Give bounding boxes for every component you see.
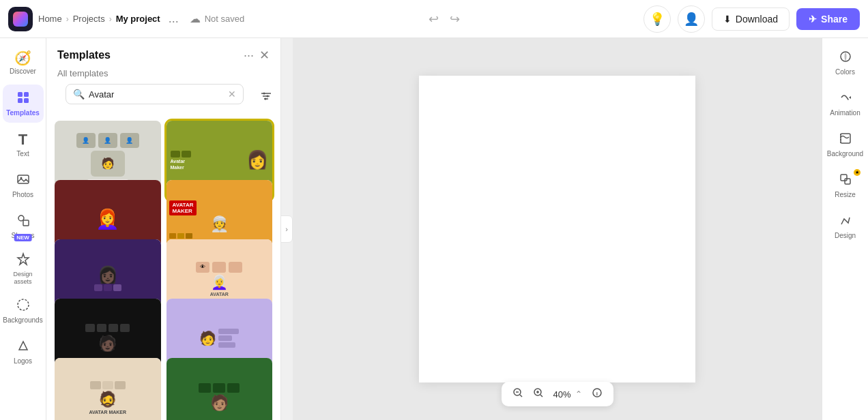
svg-rect-2 <box>18 98 23 103</box>
zoom-chevron-icon: ⌃ <box>575 389 582 399</box>
sidebar-item-templates[interactable]: Templates <box>3 85 44 123</box>
sidebar-label-design-assets: Design assets <box>5 271 41 286</box>
sidebar-item-backgrounds[interactable]: Backgrounds <box>3 292 44 331</box>
right-sidebar-label-colors: Colors <box>835 68 855 76</box>
header-center: ↩ ↪ <box>250 9 638 29</box>
zoom-value: 40% <box>553 389 570 400</box>
right-sidebar-item-resize[interactable]: Resize ★ <box>825 166 866 205</box>
cloud-icon: ☁ <box>190 12 201 25</box>
templates-grid: 👤 👤 👤 🧑 Avatar Maker <box>46 118 280 420</box>
panel-close-button[interactable]: ✕ <box>259 48 270 63</box>
svg-rect-4 <box>18 175 29 183</box>
svg-point-8 <box>18 299 29 310</box>
templates-panel: Templates ··· ✕ All templates 🔍 ✕ <box>46 38 281 420</box>
panel-subtitle: All templates <box>46 68 280 84</box>
download-icon: ⬇ <box>723 14 732 25</box>
shapes-icon <box>16 213 30 230</box>
right-sidebar: Colors Animation Background <box>822 38 868 420</box>
svg-rect-28 <box>841 175 847 181</box>
breadcrumb-current[interactable]: My project <box>116 14 160 24</box>
zoom-bar: 40% ⌃ i <box>501 382 613 406</box>
background-icon <box>839 132 852 149</box>
share-icon: ✈ <box>809 14 817 25</box>
color-icon <box>839 50 852 67</box>
svg-line-17 <box>519 395 521 397</box>
svg-rect-1 <box>24 92 29 97</box>
compass-icon: 🧭 <box>14 50 31 66</box>
header: Home › Projects › My project ... ☁ Not s… <box>0 0 868 38</box>
panel-more-button[interactable]: ··· <box>244 48 254 63</box>
header-right: 💡 👤 ⬇ Download ✈ Share <box>643 5 860 33</box>
undo-redo-group: ↩ ↪ <box>426 9 463 29</box>
text-icon: T <box>18 131 27 149</box>
right-sidebar-item-background[interactable]: Background <box>825 125 866 164</box>
search-icon: 🔍 <box>73 89 85 100</box>
photo-icon <box>16 172 30 190</box>
download-button[interactable]: ⬇ Download <box>712 7 790 31</box>
sidebar-item-discover[interactable]: 🧭 Discover <box>3 44 44 82</box>
sidebar-item-text[interactable]: T Text <box>3 125 44 164</box>
canvas-area: 40% ⌃ i <box>293 38 822 420</box>
sidebar-item-design-assets[interactable]: Design assets <box>3 248 44 290</box>
svg-rect-7 <box>23 220 29 226</box>
right-sidebar-item-design[interactable]: Design <box>825 207 866 245</box>
breadcrumb: Home › Projects › My project <box>38 14 160 24</box>
template-icon <box>16 91 30 108</box>
sidebar-label-discover: Discover <box>10 68 36 76</box>
undo-button[interactable]: ↩ <box>426 9 442 29</box>
svg-rect-26 <box>841 134 850 143</box>
right-sidebar-label-background: Background <box>827 150 863 158</box>
logos-icon <box>16 339 30 356</box>
sidebar-label-templates: Templates <box>6 109 40 117</box>
search-input[interactable] <box>89 89 224 100</box>
redo-button[interactable]: ↪ <box>447 9 463 29</box>
panel-collapse-button[interactable]: › <box>280 215 293 243</box>
right-sidebar-item-animation[interactable]: Animation <box>825 85 866 123</box>
svg-point-12 <box>263 93 265 95</box>
search-clear-button[interactable]: ✕ <box>228 89 236 100</box>
svg-rect-0 <box>18 92 23 97</box>
panel-header: Templates ··· ✕ <box>46 38 280 68</box>
shapes-new-badge: NEW <box>14 234 32 241</box>
svg-text:i: i <box>596 391 597 397</box>
zoom-level[interactable]: 40% ⌃ <box>553 389 581 400</box>
svg-point-14 <box>265 98 267 100</box>
user-icon-button[interactable]: 👤 <box>678 5 705 33</box>
sidebar-label-photos: Photos <box>12 191 33 199</box>
backgrounds-icon <box>16 298 30 315</box>
breadcrumb-home[interactable]: Home <box>38 14 62 24</box>
share-button[interactable]: ✈ Share <box>796 8 860 30</box>
svg-rect-29 <box>845 179 850 184</box>
right-sidebar-item-colors[interactable]: Colors <box>825 44 866 82</box>
canvas-white <box>419 76 695 382</box>
sidebar-item-photos[interactable]: Photos <box>3 166 44 205</box>
svg-rect-3 <box>24 98 29 103</box>
left-sidebar: 🧭 Discover Templates T Text <box>0 38 46 420</box>
breadcrumb-sep2: › <box>109 14 112 24</box>
right-sidebar-label-design: Design <box>835 232 856 240</box>
panel-header-actions: ··· ✕ <box>244 48 270 63</box>
search-bar: 🔍 ✕ <box>66 84 244 104</box>
breadcrumb-projects[interactable]: Projects <box>73 14 105 24</box>
svg-marker-25 <box>849 96 851 99</box>
header-dots[interactable]: ... <box>169 12 179 26</box>
template-card-9[interactable]: 🧔 AVATAR MAKER <box>55 358 161 420</box>
zoom-in-button[interactable] <box>532 387 543 401</box>
zoom-info-button[interactable]: i <box>592 387 603 401</box>
panel-title: Templates <box>57 49 111 61</box>
sidebar-item-shapes[interactable]: Shapes NEW <box>3 207 44 245</box>
design-assets-icon <box>16 252 30 269</box>
sidebar-item-logos[interactable]: Logos <box>3 333 44 372</box>
breadcrumb-sep1: › <box>66 14 69 24</box>
app-logo <box>8 7 33 31</box>
sidebar-label-text: Text <box>16 150 29 158</box>
ai-icon-button[interactable]: 💡 <box>643 5 671 33</box>
filter-button[interactable] <box>260 90 272 105</box>
svg-point-13 <box>267 95 269 97</box>
sidebar-label-logos: Logos <box>14 357 32 365</box>
right-sidebar-label-resize: Resize <box>835 191 856 199</box>
cloud-status: ☁ Not saved <box>190 12 245 25</box>
zoom-out-button[interactable] <box>512 387 523 401</box>
download-label: Download <box>736 14 778 25</box>
template-card-10[interactable]: 🧑🏽 Avatar Maker <box>167 358 273 420</box>
